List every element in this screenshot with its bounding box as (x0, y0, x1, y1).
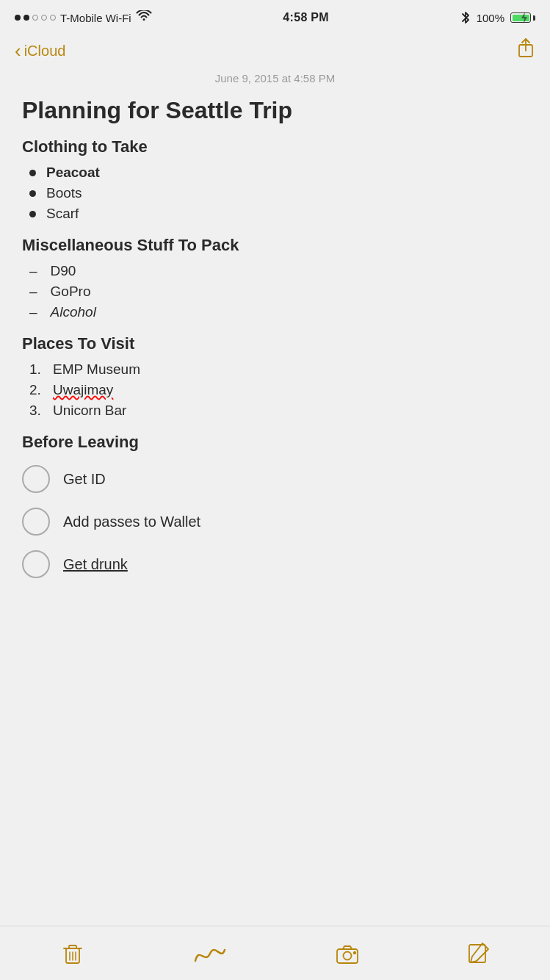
checkbox-circle[interactable] (22, 508, 50, 536)
list-item: Scarf (22, 203, 528, 224)
back-label: iCloud (24, 43, 66, 60)
bullet-dot-icon (29, 211, 36, 217)
list-item: Get ID (22, 458, 528, 500)
carrier-label: T-Mobile Wi-Fi (60, 12, 131, 24)
status-bar: T-Mobile Wi-Fi 4:58 PM 100% (0, 0, 550, 32)
trash-icon (60, 941, 85, 966)
dash-icon: – (29, 263, 37, 279)
list-item: – D90 (22, 261, 528, 281)
section-misc-heading: Miscellaneous Stuff To Pack (22, 236, 528, 255)
status-time: 4:58 PM (283, 11, 329, 24)
bullet-dot-icon (29, 170, 36, 176)
list-item: 3. Unicorn Bar (22, 400, 528, 421)
signal-dot-1 (15, 15, 21, 21)
compose-button[interactable] (459, 934, 497, 973)
place-item-1: EMP Museum (53, 361, 140, 378)
checklist-item-1: Get ID (63, 471, 106, 488)
wifi-icon (136, 10, 152, 26)
list-item: Add passes to Wallet (22, 500, 528, 543)
list-item: 2. Uwajimay (22, 380, 528, 400)
clothing-item-1: Peacoat (46, 165, 100, 181)
list-number: 1. (29, 361, 46, 378)
clothing-list: Peacoat Boots Scarf (22, 162, 528, 224)
squiggle-icon (192, 939, 228, 968)
status-right: 100% (460, 10, 535, 25)
dash-icon: – (29, 304, 37, 320)
status-left: T-Mobile Wi-Fi (15, 10, 152, 26)
checkbox-circle[interactable] (22, 465, 50, 493)
svg-point-9 (343, 951, 351, 959)
misc-list: – D90 – GoPro – Alcohol (22, 261, 528, 323)
nav-bar: ‹ iCloud (0, 32, 550, 69)
list-item: Boots (22, 183, 528, 203)
bullet-dot-icon (29, 190, 36, 197)
camera-icon (335, 941, 360, 966)
list-number: 2. (29, 382, 46, 398)
note-date: June 9, 2015 at 4:58 PM (0, 69, 550, 96)
signal-dot-4 (41, 15, 47, 21)
compose-icon (466, 942, 490, 965)
back-chevron-icon: ‹ (15, 41, 21, 60)
places-list: 1. EMP Museum 2. Uwajimay 3. Unicorn Bar (22, 359, 528, 421)
signal-dots (15, 15, 56, 21)
misc-item-3: Alcohol (51, 304, 96, 320)
share-button[interactable] (516, 37, 535, 64)
note-content: Planning for Seattle Trip Clothing to Ta… (0, 96, 550, 586)
trash-button[interactable] (53, 934, 93, 973)
list-item: 1. EMP Museum (22, 359, 528, 380)
dash-icon: – (29, 284, 37, 300)
checkbox-circle[interactable] (22, 550, 50, 578)
sketch-button[interactable] (184, 932, 236, 976)
note-title: Planning for Seattle Trip (22, 96, 528, 124)
misc-item-2: GoPro (51, 284, 91, 300)
share-icon (516, 37, 535, 60)
battery-percent: 100% (477, 12, 504, 24)
signal-dot-2 (23, 15, 29, 21)
signal-dot-5 (50, 15, 56, 21)
charging-icon (521, 12, 528, 24)
misc-item-1: D90 (51, 263, 76, 279)
signal-dot-3 (32, 15, 38, 21)
bottom-toolbar (0, 926, 550, 980)
battery-tip (533, 15, 535, 21)
place-item-3: Unicorn Bar (53, 403, 126, 419)
list-item: – GoPro (22, 281, 528, 302)
checklist-item-2: Add passes to Wallet (63, 514, 200, 530)
battery-container (510, 12, 535, 23)
clothing-item-3: Scarf (46, 206, 79, 222)
list-number: 3. (29, 403, 46, 419)
svg-point-10 (354, 951, 355, 953)
place-item-2: Uwajimay (53, 382, 113, 398)
section-places-heading: Places To Visit (22, 334, 528, 353)
back-button[interactable]: ‹ iCloud (15, 41, 65, 60)
svg-rect-4 (69, 945, 76, 948)
clothing-item-2: Boots (46, 185, 82, 201)
checklist-item-3: Get drunk (63, 556, 128, 573)
section-before-heading: Before Leaving (22, 433, 528, 452)
svg-marker-0 (521, 12, 527, 24)
list-item: – Alcohol (22, 302, 528, 323)
bluetooth-icon (460, 10, 471, 25)
list-item: Get drunk (22, 543, 528, 586)
list-item: Peacoat (22, 162, 528, 183)
camera-button[interactable] (328, 934, 367, 973)
section-clothing-heading: Clothing to Take (22, 137, 528, 156)
checklist: Get ID Add passes to Wallet Get drunk (22, 458, 528, 586)
